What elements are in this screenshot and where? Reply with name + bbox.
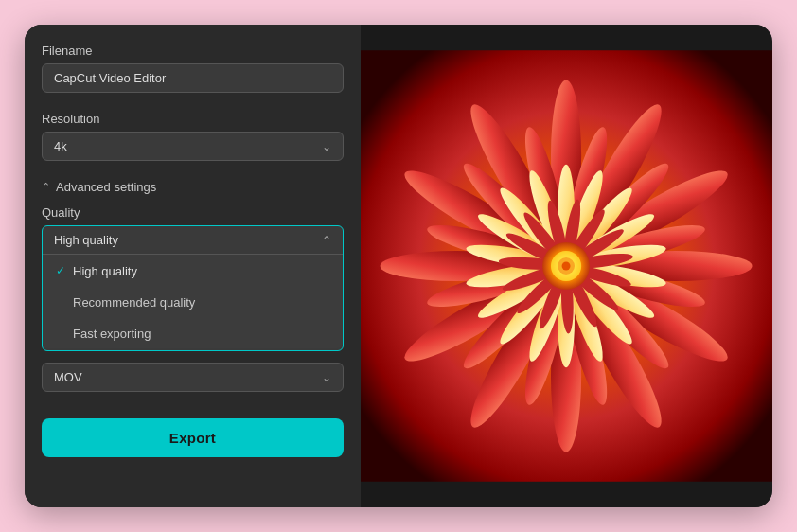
quality-option-high[interactable]: High quality [46, 257, 339, 286]
quality-options-list: High quality Recommended quality Fast ex… [43, 254, 343, 348]
filename-label: Filename [42, 44, 344, 58]
resolution-select[interactable]: 4k ⌄ [42, 132, 344, 161]
filename-input[interactable] [42, 63, 344, 93]
quality-chevron-up-icon: ⌃ [322, 234, 331, 247]
quality-label: Quality [42, 205, 344, 220]
advanced-settings-label: Advanced settings [56, 180, 156, 194]
quality-dropdown: High quality ⌃ High quality Recommended … [42, 225, 344, 351]
resolution-value: 4k [54, 139, 67, 153]
quality-selected-value: High quality [54, 233, 118, 247]
filename-section: Filename [42, 44, 344, 106]
main-card: Filename Resolution 4k ⌄ ⌃ Advanced sett… [25, 25, 772, 507]
quality-section: Quality High quality ⌃ High quality Reco… [42, 205, 344, 351]
resolution-chevron-down-icon: ⌄ [322, 140, 331, 153]
svg-point-61 [562, 262, 571, 271]
right-panel [361, 25, 772, 507]
format-section: MOV ⌄ [42, 363, 344, 405]
format-value: MOV [54, 370, 82, 384]
quality-option-fast-label: Fast exporting [73, 327, 151, 341]
resolution-section: Resolution 4k ⌄ [42, 112, 344, 174]
flower-image [361, 25, 772, 507]
quality-option-recommended-label: Recommended quality [73, 295, 195, 310]
format-select[interactable]: MOV ⌄ [42, 363, 344, 392]
quality-option-fast[interactable]: Fast exporting [46, 319, 339, 348]
export-button[interactable]: Export [42, 418, 344, 457]
quality-selected-row[interactable]: High quality ⌃ [43, 226, 343, 254]
format-chevron-down-icon: ⌄ [322, 371, 331, 384]
quality-option-high-label: High quality [73, 264, 137, 278]
left-panel: Filename Resolution 4k ⌄ ⌃ Advanced sett… [25, 25, 361, 507]
advanced-settings-arrow-up-icon: ⌃ [42, 181, 50, 193]
resolution-label: Resolution [42, 112, 344, 126]
quality-option-recommended[interactable]: Recommended quality [46, 288, 339, 317]
advanced-settings-toggle[interactable]: ⌃ Advanced settings [42, 180, 344, 194]
